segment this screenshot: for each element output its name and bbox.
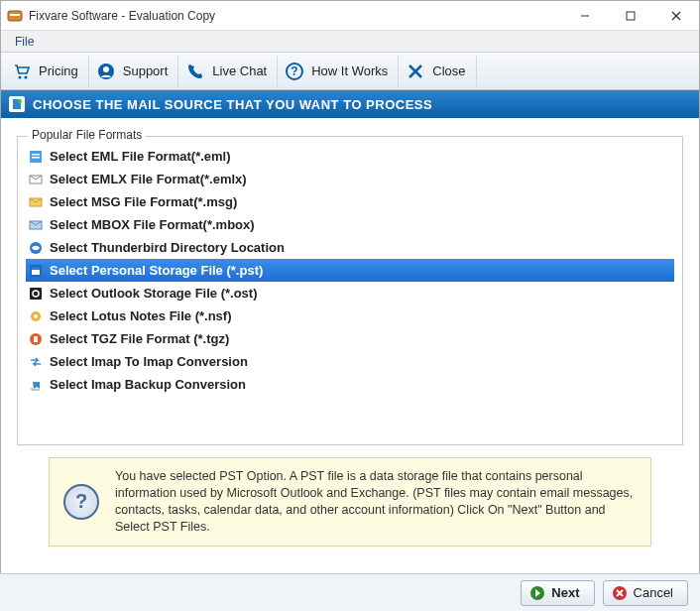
info-panel: ? You have selected PST Option. A PST fi… <box>49 457 651 547</box>
cart-icon <box>11 61 33 82</box>
menubar: File <box>1 31 699 53</box>
cancel-label: Cancel <box>634 585 673 600</box>
format-item-emlx[interactable]: Select EMLX File Format(*.emlx) <box>26 168 674 190</box>
svg-rect-26 <box>30 288 42 300</box>
format-label: Select EML File Format(*.eml) <box>50 149 231 164</box>
file-format-groupbox: Popular File Formats Select EML File For… <box>17 136 683 445</box>
emlx-icon <box>28 172 44 187</box>
format-item-msg[interactable]: Select MSG File Format(*.msg) <box>26 190 674 213</box>
cancel-icon <box>612 585 628 601</box>
svg-point-15 <box>18 99 22 103</box>
maximize-button[interactable] <box>608 1 653 30</box>
svg-rect-25 <box>32 267 40 270</box>
format-item-ost[interactable]: Select Outlook Storage File (*.ost) <box>26 282 674 305</box>
format-item-pst[interactable]: Select Personal Storage File (*.pst) <box>26 259 674 282</box>
format-label: Select MSG File Format(*.msg) <box>50 194 237 209</box>
nsf-icon <box>28 308 44 324</box>
next-button[interactable]: Next <box>521 580 594 606</box>
imap-backup-icon <box>28 377 44 393</box>
format-item-thunderbird[interactable]: Select Thunderbird Directory Location <box>26 236 674 259</box>
svg-rect-3 <box>627 12 635 20</box>
question-icon: ? <box>284 61 305 82</box>
svg-rect-18 <box>32 157 40 159</box>
close-window-button[interactable] <box>653 1 699 30</box>
format-item-imap2imap[interactable]: Select Imap To Imap Conversion <box>26 350 674 373</box>
close-icon <box>405 61 426 82</box>
livechat-button[interactable]: Live Chat <box>178 56 278 87</box>
pricing-label: Pricing <box>39 63 78 78</box>
toolbar: Pricing Support Live Chat ? How It Works… <box>1 53 699 90</box>
window-controls <box>562 1 699 30</box>
svg-point-6 <box>18 75 21 78</box>
howitworks-button[interactable]: ? How It Works <box>278 56 399 87</box>
msg-icon <box>28 194 44 210</box>
pricing-button[interactable]: Pricing <box>5 56 89 87</box>
svg-point-7 <box>24 75 27 78</box>
support-label: Support <box>123 63 169 78</box>
format-label: Select EMLX File Format(*.emlx) <box>50 172 247 186</box>
footer: Next Cancel <box>0 573 700 611</box>
minimize-button[interactable] <box>562 1 608 30</box>
svg-rect-31 <box>34 336 38 342</box>
section-heading-text: CHOOSE THE MAIL SOURCE THAT YOU WANT TO … <box>33 97 432 112</box>
format-label: Select TGZ File Format (*.tgz) <box>50 331 229 346</box>
format-item-mbox[interactable]: Select MBOX File Format(*.mbox) <box>26 213 674 236</box>
section-header: CHOOSE THE MAIL SOURCE THAT YOU WANT TO … <box>1 90 699 118</box>
format-item-nsf[interactable]: Select Lotus Notes File (*.nsf) <box>26 305 674 327</box>
next-arrow-icon <box>529 585 545 601</box>
svg-text:?: ? <box>292 64 298 78</box>
mbox-icon <box>28 217 44 233</box>
headset-icon <box>95 61 117 82</box>
svg-point-9 <box>103 66 109 72</box>
info-icon: ? <box>63 484 99 520</box>
imap-icon <box>28 354 44 370</box>
pst-icon <box>28 263 44 279</box>
groupbox-label: Popular File Formats <box>28 128 146 142</box>
format-label: Select MBOX File Format(*.mbox) <box>50 217 255 232</box>
window-title: Fixvare Software - Evaluation Copy <box>29 9 562 23</box>
format-label: Select Outlook Storage File (*.ost) <box>50 286 257 301</box>
svg-point-29 <box>34 314 38 318</box>
format-label: Select Imap Backup Conversion <box>50 377 246 392</box>
file-format-list: Select EML File Format(*.eml) Select EML… <box>26 145 674 396</box>
svg-rect-1 <box>10 14 20 16</box>
format-label: Select Imap To Imap Conversion <box>50 354 248 369</box>
livechat-label: Live Chat <box>212 63 267 78</box>
format-item-eml[interactable]: Select EML File Format(*.eml) <box>26 145 674 168</box>
menu-file[interactable]: File <box>7 33 42 51</box>
titlebar: Fixvare Software - Evaluation Copy <box>1 1 699 31</box>
support-button[interactable]: Support <box>89 56 179 87</box>
main-area: Popular File Formats Select EML File For… <box>1 118 699 554</box>
format-item-imapbackup[interactable]: Select Imap Backup Conversion <box>26 373 674 396</box>
format-label: Select Lotus Notes File (*.nsf) <box>50 308 231 323</box>
close-label: Close <box>432 63 465 78</box>
thunderbird-icon <box>28 240 44 256</box>
info-text: You have selected PST Option. A PST file… <box>115 468 637 536</box>
svg-rect-17 <box>32 154 40 156</box>
cancel-button[interactable]: Cancel <box>603 580 688 606</box>
format-label: Select Personal Storage File (*.pst) <box>50 263 263 278</box>
format-item-tgz[interactable]: Select TGZ File Format (*.tgz) <box>26 327 674 350</box>
ost-icon <box>28 286 44 302</box>
close-button[interactable]: Close <box>399 56 476 87</box>
format-label: Select Thunderbird Directory Location <box>50 240 285 255</box>
howitworks-label: How It Works <box>311 63 388 78</box>
app-icon <box>7 8 23 24</box>
document-icon <box>9 96 25 112</box>
next-label: Next <box>551 585 579 600</box>
phone-icon <box>184 61 206 82</box>
eml-icon <box>28 149 44 165</box>
tgz-icon <box>28 331 44 347</box>
